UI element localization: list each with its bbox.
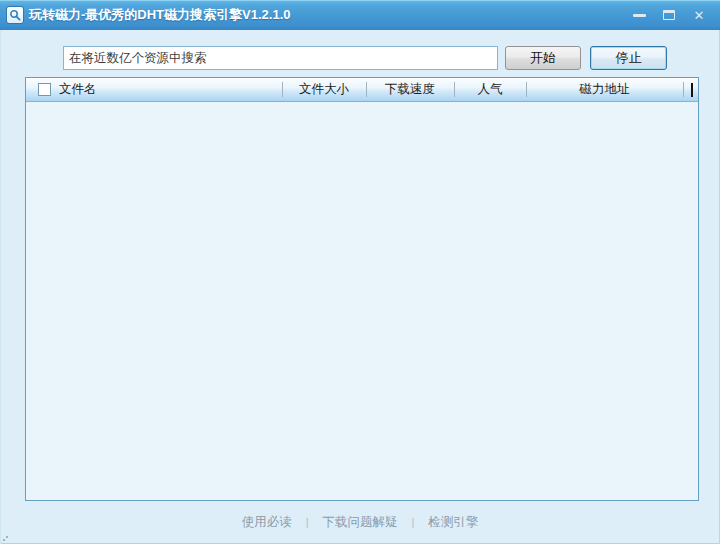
maximize-icon	[663, 10, 675, 20]
close-icon: ✕	[694, 9, 705, 22]
footer-link-download-help[interactable]: 下载问题解疑	[323, 514, 398, 531]
stop-button[interactable]: 停止	[590, 46, 667, 70]
column-header-filename[interactable]: 文件名	[26, 78, 282, 101]
select-all-checkbox[interactable]	[38, 83, 51, 96]
footer-link-usage-guide[interactable]: 使用必读	[242, 514, 292, 531]
window-title: 玩转磁力-最优秀的DHT磁力搜索引擎V1.2.1.0	[29, 6, 290, 24]
footer-link-engine-check[interactable]: 检测引擎	[428, 514, 478, 531]
column-header-popularity[interactable]: 人气	[454, 78, 526, 101]
table-header: 文件名 文件大小 下载速度 人气 磁力地址	[26, 78, 698, 102]
column-label-filesize: 文件大小	[299, 81, 349, 98]
search-input[interactable]	[63, 46, 498, 70]
column-header-filesize[interactable]: 文件大小	[282, 78, 366, 101]
column-header-magnet-link[interactable]: 磁力地址	[526, 78, 683, 101]
footer-separator: |	[412, 516, 415, 528]
footer-separator: |	[306, 516, 309, 528]
column-label-magnet-link: 磁力地址	[580, 81, 630, 98]
results-table: 文件名 文件大小 下载速度 人气 磁力地址	[25, 77, 699, 501]
magnifier-icon	[9, 9, 21, 21]
app-icon	[6, 6, 24, 24]
column-header-download-speed[interactable]: 下载速度	[366, 78, 454, 101]
column-label-download-speed: 下载速度	[385, 81, 435, 98]
table-body	[26, 102, 698, 500]
close-button[interactable]: ✕	[684, 3, 714, 27]
titlebar[interactable]: 玩转磁力-最优秀的DHT磁力搜索引擎V1.2.1.0 ✕	[0, 0, 720, 30]
start-button[interactable]: 开始	[505, 46, 581, 70]
column-label-popularity: 人气	[478, 81, 503, 98]
column-resize-caret	[691, 83, 693, 97]
column-header-spacer	[683, 78, 698, 101]
footer-links: 使用必读 | 下载问题解疑 | 检测引擎	[0, 511, 720, 533]
minimize-icon	[633, 14, 646, 17]
minimize-button[interactable]	[624, 3, 654, 27]
resize-grip[interactable]	[2, 535, 9, 542]
column-label-filename: 文件名	[59, 81, 97, 98]
window-controls: ✕	[624, 0, 714, 30]
maximize-button[interactable]	[654, 3, 684, 27]
app-window: 玩转磁力-最优秀的DHT磁力搜索引擎V1.2.1.0 ✕ 开始 停止 文件名 文…	[0, 0, 720, 544]
